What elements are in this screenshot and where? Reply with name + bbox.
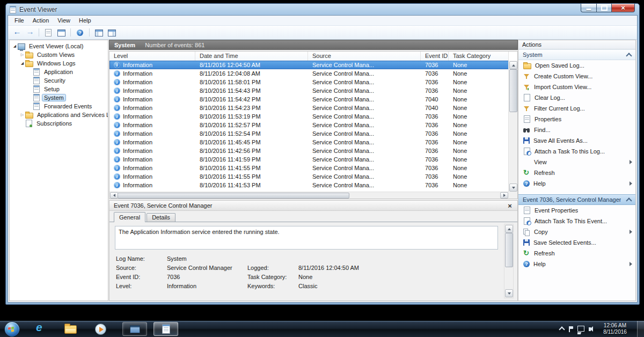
action-center-flag-icon[interactable] <box>568 326 573 332</box>
tab-details[interactable]: Details <box>147 213 175 222</box>
action-create-custom-view[interactable]: Create Custom View... <box>518 71 635 82</box>
scroll-up-button[interactable] <box>509 61 517 69</box>
preview-scroll-down-button[interactable] <box>505 289 513 297</box>
collapse-expander-icon[interactable] <box>19 61 25 65</box>
action-section-system[interactable]: System <box>518 49 635 60</box>
taskbar-internet-explorer-button[interactable] <box>28 322 53 336</box>
preview-scrollbar[interactable] <box>504 224 514 298</box>
action-refresh[interactable]: Refresh <box>518 248 635 259</box>
action-attach-task-to-this-event[interactable]: Attach Task To This Event... <box>518 216 635 226</box>
action-find[interactable]: Find... <box>518 124 635 135</box>
horizontal-scrollbar-thumb[interactable] <box>118 193 349 199</box>
menu-view[interactable]: View <box>53 17 75 24</box>
scrollbar-thumb[interactable] <box>509 69 517 112</box>
maximize-button[interactable] <box>597 4 611 12</box>
cell-event-id: 7040 <box>421 96 449 102</box>
toolbar-button-console-tree-icon[interactable] <box>93 27 105 38</box>
taskbar-explorer-button[interactable] <box>58 322 83 336</box>
table-row[interactable]: Information8/10/2016 11:53:19 PMService … <box>109 112 509 121</box>
toolbar-button-forward-arrow-icon[interactable] <box>24 27 35 38</box>
table-row[interactable]: Information8/10/2016 11:41:53 PMService … <box>109 181 509 189</box>
action-help[interactable]: Help <box>518 178 635 189</box>
horizontal-scrollbar[interactable] <box>109 192 509 199</box>
preview-scroll-up-button[interactable] <box>505 225 513 233</box>
scroll-right-button[interactable] <box>500 192 508 199</box>
column-header-level[interactable]: Level <box>109 52 195 61</box>
preview-scrollbar-thumb[interactable] <box>505 233 513 267</box>
expand-expander-icon[interactable] <box>19 53 25 57</box>
table-row[interactable]: Information8/10/2016 11:42:56 PMService … <box>109 146 509 155</box>
table-row[interactable]: Information8/10/2016 11:54:43 PMService … <box>109 86 509 95</box>
table-row[interactable]: Information8/11/2016 12:04:08 AMService … <box>109 69 509 78</box>
network-icon[interactable] <box>577 326 584 332</box>
tree-item-system[interactable]: System <box>10 93 108 102</box>
action-open-saved-log[interactable]: Open Saved Log... <box>518 60 635 71</box>
action-attach-a-task-to-this-log[interactable]: Attach a Task To this Log... <box>518 146 635 157</box>
action-properties[interactable]: Properties <box>518 114 635 124</box>
show-desktop-button[interactable] <box>637 321 644 337</box>
volume-icon[interactable] <box>589 327 591 331</box>
tree-item-applications-and-services-lo[interactable]: Applications and Services Lo <box>10 111 108 119</box>
taskbar-app-button[interactable] <box>122 322 147 336</box>
taskbar-event-viewer-button[interactable] <box>153 322 178 336</box>
column-header-event-id[interactable]: Event ID <box>421 52 449 61</box>
action-label: Filter Current Log... <box>534 105 585 112</box>
menu-file[interactable]: File <box>10 17 28 24</box>
table-row[interactable]: Information8/10/2016 11:45:45 PMService … <box>109 138 509 146</box>
tree-item-custom-views[interactable]: Custom Views <box>10 50 108 59</box>
collapse-expander-icon[interactable] <box>12 44 18 48</box>
table-row[interactable]: Information8/11/2016 12:04:50 AMService … <box>109 61 509 69</box>
action-refresh[interactable]: Refresh <box>518 167 635 178</box>
vertical-scrollbar[interactable] <box>508 61 517 192</box>
action-save-all-events-as[interactable]: Save All Events As... <box>518 135 635 146</box>
minimize-button[interactable] <box>581 4 597 12</box>
column-header-source[interactable]: Source <box>308 52 421 61</box>
action-section-event-7036-service-control-manager[interactable]: Event 7036, Service Control Manager <box>518 194 635 205</box>
table-row[interactable]: Information8/10/2016 11:54:42 PMService … <box>109 95 509 104</box>
column-header-task-category[interactable]: Task Category <box>449 52 509 61</box>
menu-action[interactable]: Action <box>28 17 54 24</box>
action-import-custom-view[interactable]: Import Custom View... <box>518 82 635 92</box>
action-event-properties[interactable]: Event Properties <box>518 205 635 216</box>
close-preview-icon[interactable] <box>506 202 514 210</box>
table-row[interactable]: Information8/10/2016 11:41:55 PMService … <box>109 172 509 181</box>
tree-item-windows-logs[interactable]: Windows Logs <box>10 59 108 68</box>
toolbar-button-help-icon[interactable] <box>74 27 86 38</box>
tab-general[interactable]: General <box>114 212 145 222</box>
cell-event-id: 7036 <box>421 139 449 145</box>
table-row[interactable]: Information8/10/2016 11:52:54 PMService … <box>109 129 509 138</box>
start-button[interactable] <box>4 321 20 337</box>
action-copy[interactable]: Copy <box>518 226 635 237</box>
table-row[interactable]: Information8/10/2016 11:58:01 PMService … <box>109 78 509 86</box>
tray-expand-icon[interactable] <box>559 326 565 332</box>
toolbar-button-back-arrow-icon[interactable] <box>11 27 23 38</box>
expand-expander-icon[interactable] <box>19 113 25 117</box>
toolbar-button-window-icon[interactable] <box>55 27 67 38</box>
close-button[interactable] <box>611 4 635 12</box>
column-header-date-and-time[interactable]: Date and Time <box>195 52 308 61</box>
toolbar-button-action-pane-icon[interactable] <box>106 27 118 38</box>
table-row[interactable]: Information8/10/2016 11:41:55 PMService … <box>109 164 509 172</box>
table-row[interactable]: Information8/10/2016 11:41:59 PMService … <box>109 155 509 164</box>
tree-item-subscriptions[interactable]: Subscriptions <box>10 119 108 128</box>
table-row[interactable]: Information8/10/2016 11:54:23 PMService … <box>109 104 509 112</box>
action-clear-log[interactable]: Clear Log... <box>518 92 635 103</box>
window-titlebar[interactable]: Event Viewer <box>6 4 639 15</box>
tree-item-setup[interactable]: Setup <box>10 85 108 93</box>
tree-item-application[interactable]: Application <box>10 68 108 76</box>
tree-item-event-viewer-local[interactable]: Event Viewer (Local) <box>10 42 108 50</box>
tree-item-forwarded-events[interactable]: Forwarded Events <box>10 102 108 111</box>
tree-item-security[interactable]: Security <box>10 76 108 85</box>
taskbar-media-player-button[interactable] <box>88 322 113 336</box>
menu-help[interactable]: Help <box>75 17 96 24</box>
taskbar-clock[interactable]: 12:06 AM 8/11/2016 <box>597 323 633 335</box>
event-description[interactable]: The Application Information service ente… <box>115 226 498 250</box>
action-save-selected-events[interactable]: Save Selected Events... <box>518 237 635 248</box>
toolbar-button-document-icon[interactable] <box>42 27 54 38</box>
scroll-left-button[interactable] <box>110 192 118 199</box>
scroll-down-button[interactable] <box>509 184 517 192</box>
table-row[interactable]: Information8/10/2016 11:52:57 PMService … <box>109 121 509 129</box>
action-filter-current-log[interactable]: Filter Current Log... <box>518 103 635 114</box>
action-view[interactable]: View <box>518 157 635 167</box>
action-help[interactable]: Help <box>518 259 635 269</box>
